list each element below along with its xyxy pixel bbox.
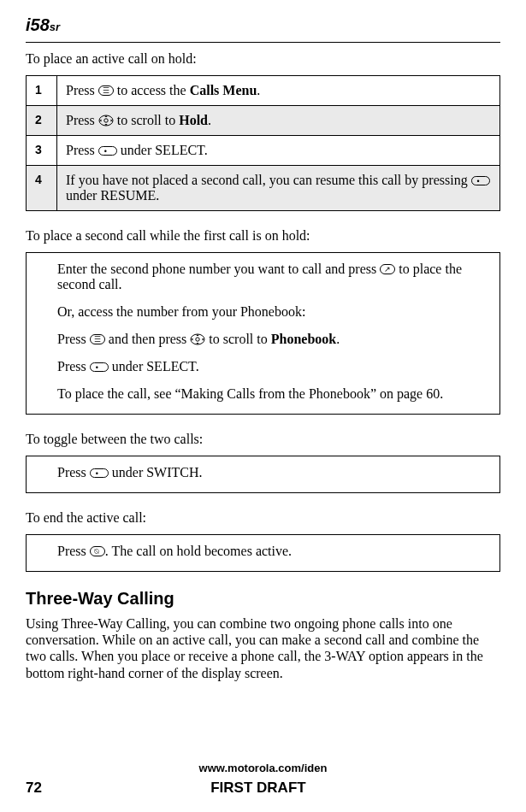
box-paragraph: Press • under SWITCH. xyxy=(57,465,489,480)
step-number: 1 xyxy=(27,76,57,106)
end-call-box: Press ⦰. The call on hold becomes active… xyxy=(26,534,500,572)
step-text: Press to scroll to Hold. xyxy=(57,106,500,136)
box-paragraph: Or, access the number from your Phoneboo… xyxy=(57,304,489,320)
hold-steps-table: 1 Press ☰ to access the Calls Menu. 2 Pr… xyxy=(26,75,500,211)
step-number: 4 xyxy=(27,166,57,211)
svg-point-1 xyxy=(104,119,108,122)
intro-toggle: To toggle between the two calls: xyxy=(26,432,500,447)
logo-suffix: sr xyxy=(50,21,60,33)
menu-key-icon: ☰ xyxy=(90,334,105,344)
logo-model: 58 xyxy=(31,15,50,34)
intro-end-call: To end the active call: xyxy=(26,510,500,526)
second-call-box: Enter the second phone number you want t… xyxy=(26,252,500,415)
table-row: 3 Press • under SELECT. xyxy=(27,136,500,166)
svg-point-3 xyxy=(196,338,199,341)
menu-key-icon: ☰ xyxy=(98,85,114,96)
step-text: Press • under SELECT. xyxy=(57,136,500,166)
nav-key-icon xyxy=(98,115,114,127)
device-logo: i58sr xyxy=(26,15,500,35)
footer-row: 72 FIRST DRAFT xyxy=(26,780,500,797)
header-divider xyxy=(26,42,500,43)
box-paragraph: To place the call, see “Making Calls fro… xyxy=(57,386,489,402)
page-footer: www.motorola.com/iden 72 FIRST DRAFT xyxy=(0,762,526,797)
softkey-icon: • xyxy=(471,176,490,185)
table-row: 4 If you have not placed a second call, … xyxy=(27,166,500,211)
table-row: 2 Press to scroll to Hold. xyxy=(27,106,500,136)
three-way-paragraph: Using Three-Way Calling, you can combine… xyxy=(26,615,500,681)
softkey-icon: • xyxy=(98,146,117,156)
three-way-heading: Three-Way Calling xyxy=(26,589,500,609)
end-key-icon: ⦰ xyxy=(90,546,105,556)
intro-hold: To place an active call on hold: xyxy=(26,51,500,67)
toggle-box: Press • under SWITCH. xyxy=(26,456,500,493)
box-paragraph: Press ⦰. The call on hold becomes active… xyxy=(57,544,489,559)
table-row: 1 Press ☰ to access the Calls Menu. xyxy=(27,76,500,106)
box-paragraph: Press ☰ and then press to scroll to Phon… xyxy=(57,332,489,347)
box-paragraph: Enter the second phone number you want t… xyxy=(57,262,489,292)
step-number: 2 xyxy=(27,106,57,136)
nav-key-icon xyxy=(190,333,205,345)
box-paragraph: Press • under SELECT. xyxy=(57,359,489,374)
page-number: 72 xyxy=(26,780,42,797)
step-number: 3 xyxy=(27,136,57,166)
step-text: Press ☰ to access the Calls Menu. xyxy=(57,76,500,106)
step-text: If you have not placed a second call, yo… xyxy=(57,166,500,211)
softkey-icon: • xyxy=(90,468,109,478)
softkey-icon: • xyxy=(90,362,109,372)
send-key-icon: ↗ xyxy=(380,264,395,274)
intro-second-call: To place a second call while the first c… xyxy=(26,228,500,244)
draft-label: FIRST DRAFT xyxy=(210,780,305,797)
footer-url: www.motorola.com/iden xyxy=(26,762,500,774)
